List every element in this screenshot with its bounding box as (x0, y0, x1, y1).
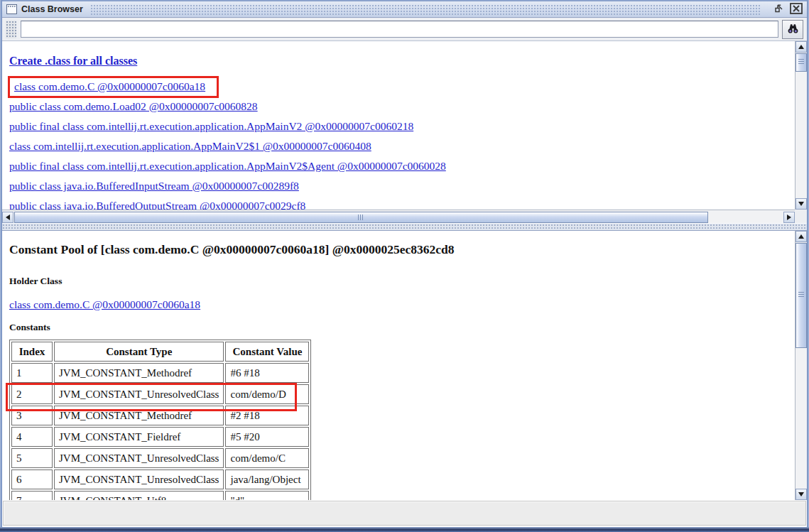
binoculars-icon (787, 23, 799, 36)
table-row: 2 JVM_CONSTANT_UnresolvedClass com/demo/… (11, 384, 309, 404)
window-border-left (0, 0, 2, 532)
window-border-bottom (0, 527, 809, 532)
cell-index: 2 (11, 384, 53, 404)
scroll-left-button[interactable] (2, 212, 13, 223)
header-type: Constant Type (54, 342, 224, 362)
cell-type: JVM_CONSTANT_Fieldref (54, 427, 224, 447)
cell-value: #5 #20 (225, 427, 309, 447)
holder-class-link[interactable]: class com.demo.C @0x00000007c0060a18 (9, 298, 200, 310)
triangle-left-icon (6, 215, 10, 220)
title-bar[interactable]: Class Browser (2, 1, 807, 18)
cell-index: 4 (11, 427, 53, 447)
constants-table-wrap: Index Constant Type Constant Value 1 JVM… (9, 340, 311, 500)
constants-table: Index Constant Type Constant Value 1 JVM… (9, 340, 311, 500)
find-toolbar (2, 18, 807, 41)
bottom-panel-vscrollbar[interactable] (795, 231, 807, 500)
cell-value: #6 #18 (225, 363, 309, 383)
class-list-panel: Create .class for all classes class com.… (2, 41, 807, 210)
header-value: Constant Value (225, 342, 309, 362)
constants-heading: Constants (9, 322, 795, 333)
class-link[interactable]: public class com.demo.Load02 @0x00000007… (9, 100, 258, 113)
class-link[interactable]: public class java.io.BufferedOutputStrea… (9, 200, 305, 210)
cell-value: #2 #18 (225, 406, 309, 425)
find-button[interactable] (782, 20, 803, 39)
cell-type: JVM_CONSTANT_UnresolvedClass (54, 384, 224, 404)
class-link-row: class com.demo.C @0x00000007c0060a18 (9, 77, 795, 97)
table-row: 1 JVM_CONSTANT_Methodref #6 #18 (11, 363, 309, 383)
thumb-grip (798, 292, 804, 298)
table-row: 3 JVM_CONSTANT_Methodref #2 #18 (11, 406, 309, 425)
constant-pool-panel: Constant Pool of [class com.demo.C @0x00… (2, 231, 807, 500)
table-row: 6 JVM_CONSTANT_UnresolvedClass java/lang… (11, 469, 309, 489)
header-index: Index (11, 342, 53, 362)
class-link[interactable]: class com.intellij.rt.execution.applicat… (9, 140, 371, 153)
table-row: 4 JVM_CONSTANT_Fieldref #5 #20 (11, 427, 309, 447)
class-link-row: public class java.io.BufferedInputStream… (9, 176, 795, 196)
constant-pool-title: Constant Pool of [class com.demo.C @0x00… (9, 242, 795, 257)
class-link[interactable]: class com.demo.C @0x00000007c0060a18 (14, 80, 205, 92)
table-row: 7 JVM_CONSTANT_Utf8 "d" (11, 491, 309, 500)
cell-value: java/lang/Object (225, 469, 309, 489)
holder-class-heading: Holder Class (9, 276, 795, 287)
window-icon (6, 4, 17, 14)
cell-type: JVM_CONSTANT_UnresolvedClass (54, 469, 224, 489)
cell-index: 3 (11, 406, 53, 425)
split-pane-divider[interactable] (2, 223, 807, 231)
bottom-panel-vscroll-thumb[interactable] (796, 243, 807, 348)
cell-type: JVM_CONSTANT_Utf8 (54, 491, 224, 500)
holder-class-row: class com.demo.C @0x00000007c0060a18 (9, 298, 795, 311)
class-link-row: public final class com.intellij.rt.execu… (9, 156, 795, 176)
class-filter-input[interactable] (21, 21, 778, 38)
constant-pool-content: Constant Pool of [class com.demo.C @0x00… (2, 231, 795, 500)
top-panel-vscrollbar[interactable] (795, 41, 807, 210)
top-panel-vscroll-thumb[interactable] (796, 53, 807, 72)
class-link[interactable]: public class java.io.BufferedInputStream… (9, 180, 299, 192)
class-link-row: public final class com.intellij.rt.execu… (9, 116, 795, 136)
triangle-down-icon (798, 202, 804, 206)
cell-value: "d" (225, 491, 309, 500)
scroll-down-button[interactable] (796, 198, 807, 210)
cell-type: JVM_CONSTANT_Methodref (54, 363, 224, 383)
scrollbar-corner (795, 210, 807, 223)
cell-index: 6 (11, 469, 53, 489)
triangle-right-icon (787, 215, 791, 220)
thumb-grip (358, 215, 364, 220)
triangle-up-icon (798, 45, 804, 49)
highlight-box-class-link: class com.demo.C @0x00000007c0060a18 (8, 76, 219, 98)
class-link[interactable]: public final class com.intellij.rt.execu… (9, 160, 446, 173)
table-header-row: Index Constant Type Constant Value (11, 342, 309, 362)
triangle-down-icon (798, 492, 804, 496)
restore-icon (773, 3, 785, 16)
create-class-link[interactable]: Create .class for all classes (9, 55, 137, 67)
close-icon (790, 3, 803, 16)
triangle-up-icon (798, 234, 804, 239)
class-list-content: Create .class for all classes class com.… (2, 41, 795, 210)
cell-value: com/demo/D (225, 384, 309, 404)
scroll-down-button[interactable] (796, 489, 807, 500)
cell-index: 7 (11, 491, 53, 500)
scroll-up-button[interactable] (796, 41, 807, 53)
window-title: Class Browser (21, 4, 83, 14)
cell-index: 1 (11, 363, 53, 383)
restore-button[interactable] (773, 3, 785, 16)
cell-value: com/demo/C (225, 448, 309, 468)
titlebar-texture (90, 4, 761, 15)
class-link[interactable]: public final class com.intellij.rt.execu… (9, 120, 413, 133)
table-row: 5 JVM_CONSTANT_UnresolvedClass com/demo/… (11, 448, 309, 468)
toolbar-drag-handle[interactable] (6, 21, 16, 38)
class-link-row: public class java.io.BufferedOutputStrea… (9, 196, 795, 210)
class-link-row: class com.intellij.rt.execution.applicat… (9, 136, 795, 156)
class-browser-window: Class Browser (0, 0, 809, 532)
scroll-right-button[interactable] (783, 212, 795, 223)
scroll-up-button[interactable] (796, 231, 807, 242)
cell-type: JVM_CONSTANT_UnresolvedClass (54, 448, 224, 468)
top-panel-hscroll-thumb[interactable] (14, 212, 708, 223)
close-button[interactable] (790, 3, 803, 16)
thumb-grip (798, 59, 804, 65)
top-panel-hscrollbar[interactable] (2, 210, 795, 223)
cell-index: 5 (11, 448, 53, 468)
create-class-row: Create .class for all classes (9, 51, 795, 71)
status-bar (3, 501, 806, 526)
cell-type: JVM_CONSTANT_Methodref (54, 406, 224, 425)
class-link-row: public class com.demo.Load02 @0x00000007… (9, 97, 795, 116)
